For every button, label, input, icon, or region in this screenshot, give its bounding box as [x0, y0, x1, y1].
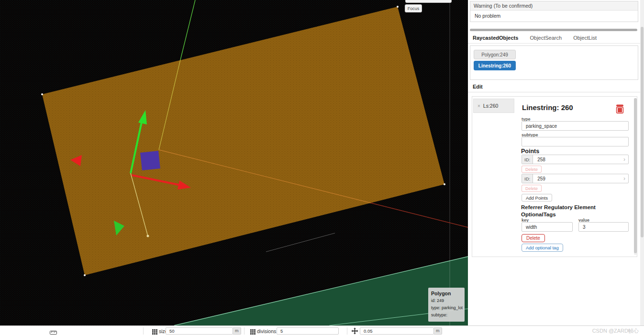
- vertex-handle[interactable]: [444, 183, 445, 185]
- edit-heading: Edit: [473, 84, 483, 90]
- grid-divisions-input[interactable]: [277, 327, 339, 335]
- points-heading: Points: [521, 148, 539, 155]
- trash-icon: [615, 104, 625, 114]
- clipped-top-button[interactable]: Set to undefined lane change: [405, 0, 452, 3]
- grid-size-input[interactable]: [166, 327, 233, 335]
- point-id-value: 258: [533, 155, 623, 164]
- delete-tag-button[interactable]: Delete: [522, 234, 545, 242]
- warning-message: No problem: [470, 11, 638, 22]
- marker-square-purple[interactable]: [140, 151, 160, 170]
- step-unit: m: [434, 327, 442, 335]
- page-scrollbar[interactable]: [640, 0, 644, 325]
- horizontal-scrollbar[interactable]: [470, 29, 637, 31]
- tag-key-input[interactable]: [522, 222, 573, 232]
- vertex-handle[interactable]: [397, 6, 399, 8]
- delete-linestring-button[interactable]: [615, 104, 625, 114]
- issues-panel: Warning (To be confirmed) No problem: [470, 1, 638, 22]
- chevron-right-icon[interactable]: ›: [623, 174, 628, 183]
- object-button-polygon-249[interactable]: Polygon:249: [474, 50, 516, 59]
- hover-tooltip: Polygon id: 249 type: parking_lot subtyp…: [428, 288, 465, 322]
- tab-raycasted-objects[interactable]: RaycastedObjects: [473, 35, 518, 41]
- side-panel: Warning (To be confirmed) No problem Ray…: [468, 0, 644, 325]
- grid-icon: [152, 328, 157, 336]
- viewport-scene: [0, 0, 468, 325]
- edit-panel: × Ls:260 Linestring: 260 type subtype Po…: [472, 96, 637, 257]
- object-tab-bar: RaycastedObjects ObjectSearch ObjectList: [473, 35, 607, 41]
- linestring-endpoint-259[interactable]: [147, 235, 149, 237]
- detail-title: Linestring: 260: [522, 103, 573, 112]
- move-step-icon: [351, 327, 358, 336]
- point-row-258: ID: 258 ›: [522, 155, 629, 164]
- point-row-259: ID: 259 ›: [522, 174, 629, 183]
- bottom-toolbar: size m divisions m: [0, 325, 644, 336]
- edit-tab-ls260[interactable]: × Ls:260: [473, 99, 514, 113]
- chevron-right-icon[interactable]: ›: [623, 155, 628, 164]
- type-input[interactable]: [522, 121, 629, 131]
- add-optional-tag-button[interactable]: Add optional tag: [522, 244, 563, 252]
- optional-tags-heading: OptionalTags: [521, 212, 556, 217]
- tooltip-subtype: subtype:: [431, 312, 462, 319]
- vertex-handle[interactable]: [84, 274, 86, 276]
- tab-underline: [468, 43, 644, 44]
- id-prefix: ID:: [522, 174, 533, 183]
- tab-object-search[interactable]: ObjectSearch: [530, 35, 562, 41]
- tab-object-list[interactable]: ObjectList: [573, 35, 597, 41]
- ruler-icon[interactable]: [50, 328, 57, 336]
- id-prefix: ID:: [522, 155, 533, 164]
- scrollbar-thumb[interactable]: [634, 98, 637, 253]
- map-viewport[interactable]: Set to undefined lane change Focus Polyg…: [0, 0, 468, 325]
- object-button-linestring-260[interactable]: Linestring:260: [474, 61, 516, 70]
- vector-map-builder-app: Set to undefined lane change Focus Polyg…: [0, 0, 644, 336]
- warning-header: Warning (To be confirmed): [470, 1, 638, 11]
- toolbar-divider: [143, 327, 144, 335]
- grid-icon: [250, 328, 255, 336]
- tag-value-input[interactable]: [578, 222, 629, 232]
- tooltip-title: Polygon: [431, 290, 462, 297]
- watermark-text: CSDN @ZARD帧心: [592, 327, 639, 335]
- toolbar-divider: [244, 327, 244, 335]
- point-id-value: 259: [533, 174, 623, 183]
- edit-tab-label: Ls:260: [483, 103, 499, 109]
- focus-button[interactable]: Focus: [405, 4, 422, 12]
- delete-point-259-button[interactable]: Delete: [522, 185, 542, 192]
- edit-panel-scrollbar[interactable]: [634, 98, 637, 255]
- tooltip-type: type: parking_lot: [431, 304, 462, 312]
- referrer-heading: Referrer Regulatory Element: [521, 204, 596, 210]
- subtype-input[interactable]: [522, 137, 629, 146]
- divider: [468, 92, 644, 92]
- size-unit: m: [233, 327, 241, 335]
- raycasted-objects-box: Polygon:249 Linestring:260: [470, 45, 638, 80]
- add-points-button[interactable]: Add Points: [522, 194, 552, 202]
- close-icon[interactable]: ×: [477, 103, 480, 109]
- divisions-label: divisions: [257, 328, 276, 334]
- toolbar-divider: [347, 327, 347, 335]
- vertex-handle[interactable]: [41, 93, 43, 95]
- scrollbar-thumb[interactable]: [641, 27, 644, 237]
- delete-point-258-button[interactable]: Delete: [522, 166, 542, 173]
- tooltip-id: id: 249: [431, 297, 462, 304]
- move-step-input[interactable]: [360, 327, 434, 335]
